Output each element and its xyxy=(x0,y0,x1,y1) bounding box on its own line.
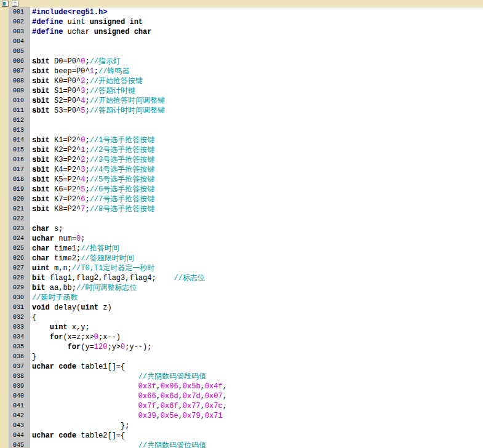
code-text: for(y=120;y>0;y--); xyxy=(30,342,151,352)
code-line[interactable]: 015sbit K2=P2^1;//2号选手抢答按键 xyxy=(9,145,483,155)
code-text: char time1;//抢答时间 xyxy=(30,244,119,254)
source-editor[interactable]: 001#include<reg51.h>002#define uint unsi… xyxy=(0,7,483,448)
code-line[interactable]: 026char time2;//答题限时时间 xyxy=(9,254,483,263)
code-text xyxy=(30,214,32,224)
code-line[interactable]: 028bit flag1,flag2,flag3,flag4; //标志位 xyxy=(9,273,483,283)
code-text: #define uint unsigned int xyxy=(30,17,143,27)
line-number: 007 xyxy=(9,66,30,76)
code-line[interactable]: 036} xyxy=(9,352,483,362)
code-text: uchar num=0; xyxy=(30,234,85,244)
code-line[interactable]: 016sbit K3=P2^2;//3号选手抢答按键 xyxy=(9,155,483,165)
line-number: 026 xyxy=(9,254,30,263)
code-text: //延时子函数 xyxy=(30,293,78,303)
line-number: 014 xyxy=(9,135,30,145)
code-line[interactable]: 001#include<reg51.h> xyxy=(9,7,483,17)
code-line[interactable]: 033 uint x,y; xyxy=(9,322,483,332)
code-text: //共阴数码管段码值 xyxy=(30,372,206,382)
line-number: 041 xyxy=(9,401,30,411)
code-line[interactable]: 032{ xyxy=(9,313,483,322)
code-line[interactable]: 012 xyxy=(9,116,483,126)
code-line[interactable]: 022 xyxy=(9,214,483,224)
code-text: sbit D0=P0^0;//指示灯 xyxy=(30,57,121,66)
line-number: 019 xyxy=(9,185,30,194)
code-line[interactable]: 007sbit beep=P0^1;//蜂鸣器 xyxy=(9,66,483,76)
code-line[interactable]: 004 xyxy=(9,37,483,47)
document-icon[interactable] xyxy=(12,1,18,7)
code-line[interactable]: 003#define uchar unsigned char xyxy=(9,27,483,37)
code-line[interactable]: 021sbit K8=P2^7;//8号选手抢答按键 xyxy=(9,204,483,214)
line-number: 034 xyxy=(9,332,30,342)
code-line[interactable]: 014sbit K1=P2^0;//1号选手抢答按键 xyxy=(9,135,483,145)
workspace-document-icon[interactable] xyxy=(2,1,9,7)
line-number: 021 xyxy=(9,204,30,214)
code-line[interactable]: 024uchar num=0; xyxy=(9,234,483,244)
code-line[interactable]: 013 xyxy=(9,126,483,135)
line-number: 015 xyxy=(9,145,30,155)
line-number: 033 xyxy=(9,322,30,332)
code-line[interactable]: 019sbit K6=P2^5;//6号选手抢答按键 xyxy=(9,185,483,194)
code-line[interactable]: 039 0x3f,0x06,0x5b,0x4f, xyxy=(9,382,483,391)
line-number: 039 xyxy=(9,382,30,391)
code-line[interactable]: 009sbit S1=P0^3;//答题计时键 xyxy=(9,86,483,96)
code-line[interactable]: 042 0x39,0x5e,0x79,0x71 xyxy=(9,411,483,421)
code-text: sbit K3=P2^2;//3号选手抢答按键 xyxy=(30,155,154,165)
line-number: 042 xyxy=(9,411,30,421)
line-number: 028 xyxy=(9,273,30,283)
code-text: uint x,y; xyxy=(30,322,90,332)
code-line[interactable]: 035 for(y=120;y>0;y--); xyxy=(9,342,483,352)
code-text: sbit K6=P2^5;//6号选手抢答按键 xyxy=(30,185,154,194)
line-number: 011 xyxy=(9,106,30,116)
code-line[interactable]: 018sbit K5=P2^4;//5号选手抢答按键 xyxy=(9,175,483,185)
code-text: sbit K4=P2^3;//4号选手抢答按键 xyxy=(30,165,154,175)
code-line[interactable]: 030//延时子函数 xyxy=(9,293,483,303)
code-line[interactable]: 002#define uint unsigned int xyxy=(9,17,483,27)
line-number: 009 xyxy=(9,86,30,96)
code-line[interactable]: 006sbit D0=P0^0;//指示灯 xyxy=(9,57,483,66)
code-line[interactable]: 025char time1;//抢答时间 xyxy=(9,244,483,254)
code-text: bit aa,bb;//时间调整标志位 xyxy=(30,283,137,293)
code-line[interactable]: 023char s; xyxy=(9,224,483,234)
code-text: char s; xyxy=(30,224,63,234)
line-number: 036 xyxy=(9,352,30,362)
code-text: #include<reg51.h> xyxy=(30,7,107,17)
code-line[interactable]: 010sbit S2=P0^4;//开始抢答时间调整键 xyxy=(9,96,483,106)
code-line[interactable]: 008sbit K0=P0^2;//开始抢答按键 xyxy=(9,76,483,86)
line-number: 013 xyxy=(9,126,30,135)
code-text xyxy=(30,47,32,57)
code-line[interactable]: 011sbit S3=P0^5;//答题计时时间调整键 xyxy=(9,106,483,116)
line-number: 023 xyxy=(9,224,30,234)
line-number: 012 xyxy=(9,116,30,126)
code-text: sbit S2=P0^4;//开始抢答时间调整键 xyxy=(30,96,165,106)
editor-left-margin xyxy=(0,7,9,448)
code-line[interactable]: 017sbit K4=P2^3;//4号选手抢答按键 xyxy=(9,165,483,175)
code-line[interactable]: 034 for(x=z;x>0;x--) xyxy=(9,332,483,342)
line-number: 005 xyxy=(9,47,30,57)
code-line[interactable]: 038 //共阴数码管段码值 xyxy=(9,372,483,382)
code-text: sbit S1=P0^3;//答题计时键 xyxy=(30,86,135,96)
line-number: 010 xyxy=(9,96,30,106)
code-text: 0x66,0x6d,0x7d,0x07, xyxy=(30,391,227,401)
code-text: sbit K5=P2^4;//5号选手抢答按键 xyxy=(30,175,154,185)
code-text: sbit beep=P0^1;//蜂鸣器 xyxy=(30,66,129,76)
code-text: sbit K7=P2^6;//7号选手抢答按键 xyxy=(30,194,154,204)
code-text: sbit K0=P0^2;//开始抢答按键 xyxy=(30,76,143,86)
code-text: #define uchar unsigned char xyxy=(30,27,151,37)
code-line[interactable]: 040 0x66,0x6d,0x7d,0x07, xyxy=(9,391,483,401)
code-line[interactable]: 027uint m,n;//T0,T1定时器定一秒时 xyxy=(9,263,483,273)
code-text: }; xyxy=(30,421,129,431)
code-line[interactable]: 031void delay(uint z) xyxy=(9,303,483,313)
line-number: 043 xyxy=(9,421,30,431)
code-line[interactable]: 045 //共阴数码管位码值 xyxy=(9,441,483,448)
code-text: void delay(uint z) xyxy=(30,303,112,313)
code-line[interactable]: 029bit aa,bb;//时间调整标志位 xyxy=(9,283,483,293)
code-line[interactable]: 020sbit K7=P2^6;//7号选手抢答按键 xyxy=(9,194,483,204)
line-number: 001 xyxy=(9,7,30,17)
code-line[interactable]: 041 0x7f,0x6f,0x77,0x7c, xyxy=(9,401,483,411)
code-text: 0x39,0x5e,0x79,0x71 xyxy=(30,411,223,421)
code-line[interactable]: 005 xyxy=(9,47,483,57)
code-line[interactable]: 043 }; xyxy=(9,421,483,431)
code-line[interactable]: 044uchar code table2[]={ xyxy=(9,431,483,441)
code-text: char time2;//答题限时时间 xyxy=(30,254,134,263)
line-number: 045 xyxy=(9,441,30,448)
code-line[interactable]: 037uchar code table1[]={ xyxy=(9,362,483,372)
